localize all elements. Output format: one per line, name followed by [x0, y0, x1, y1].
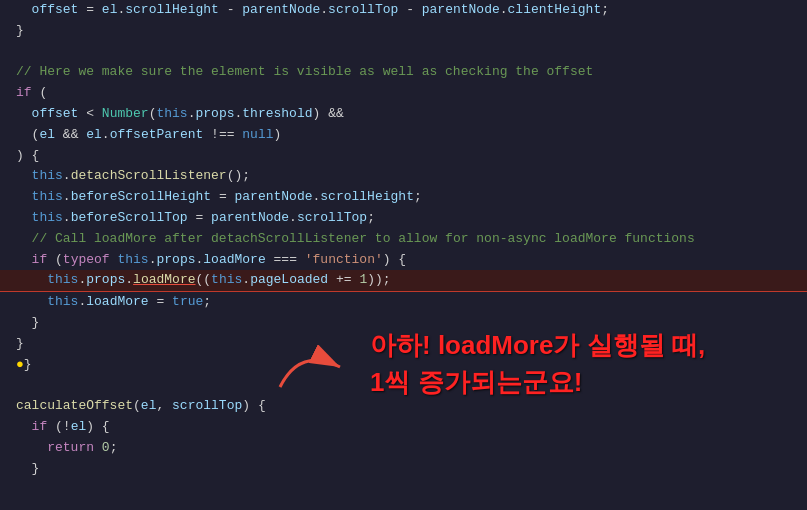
code-line: if (typeof this.props.loadMore === 'func…	[0, 250, 807, 271]
code-line: }	[0, 313, 807, 334]
code-line: ) {	[0, 146, 807, 167]
code-line: }	[0, 334, 807, 355]
code-line-highlighted: this.props.loadMore((this.pageLoaded += …	[0, 270, 807, 292]
code-editor: offset = el.scrollHeight - parentNode.sc…	[0, 0, 807, 510]
code-line: this.beforeScrollTop = parentNode.scroll…	[0, 208, 807, 229]
code-line: offset < Number(this.props.threshold) &&	[0, 104, 807, 125]
code-line: (el && el.offsetParent !== null)	[0, 125, 807, 146]
code-line	[0, 42, 807, 63]
code-line: // Here we make sure the element is visi…	[0, 62, 807, 83]
code-line: this.beforeScrollHeight = parentNode.scr…	[0, 187, 807, 208]
code-line: if (!el) {	[0, 417, 807, 438]
code-line: }	[0, 459, 807, 480]
code-line: // Call loadMore after detachScrollListe…	[0, 229, 807, 250]
code-line	[0, 375, 807, 396]
code-line: }	[0, 21, 807, 42]
code-line: calculateOffset(el, scrollTop) {	[0, 396, 807, 417]
code-line: this.detachScrollListener();	[0, 166, 807, 187]
code-line: offset = el.scrollHeight - parentNode.sc…	[0, 0, 807, 21]
code-line: this.loadMore = true;	[0, 292, 807, 313]
code-line: return 0;	[0, 438, 807, 459]
code-line: if (	[0, 83, 807, 104]
code-line: ●}	[0, 355, 807, 376]
